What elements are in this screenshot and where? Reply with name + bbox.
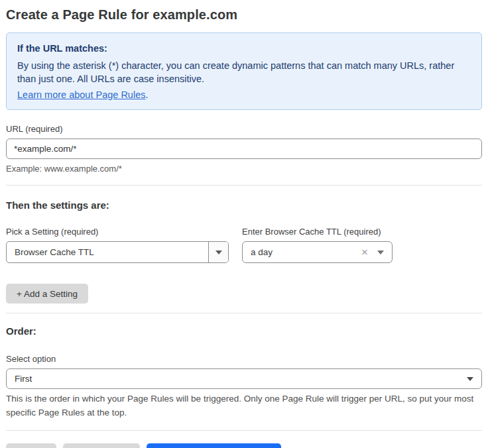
ttl-select-label: Enter Browser Cache TTL (required): [242, 227, 393, 237]
order-select-label: Select option: [6, 354, 482, 364]
settings-heading: Then the settings are:: [6, 199, 482, 211]
page-rule-form: Create a Page Rule for example.com If th…: [6, 7, 482, 448]
cancel-button[interactable]: Cancel: [6, 443, 56, 448]
learn-more-link[interactable]: Learn more about Page Rules: [17, 89, 145, 100]
footer-divider: [6, 430, 482, 431]
ttl-select-value: a day: [251, 247, 361, 257]
url-label: URL (required): [6, 124, 482, 134]
order-select-dropdown[interactable]: First: [6, 368, 482, 389]
clear-icon[interactable]: ×: [361, 247, 368, 258]
save-and-deploy-button[interactable]: Save and Deploy Page Rule: [147, 443, 282, 448]
setting-select-dropdown[interactable]: Browser Cache TTL: [6, 241, 229, 263]
link-period: .: [145, 89, 148, 100]
ttl-select-dropdown[interactable]: a day ×: [242, 241, 393, 263]
settings-section: Then the settings are: Pick a Setting (r…: [6, 199, 482, 304]
url-input[interactable]: [6, 139, 482, 159]
chevron-down-icon: [215, 251, 222, 254]
save-as-draft-button[interactable]: Save as Draft: [63, 443, 140, 448]
add-setting-button[interactable]: + Add a Setting: [6, 284, 88, 304]
setting-select-value: Browser Cache TTL: [7, 247, 208, 257]
info-box-heading: If the URL matches:: [17, 42, 471, 56]
page-title: Create a Page Rule for example.com: [6, 7, 482, 23]
order-heading: Order:: [6, 325, 482, 337]
chevron-down-icon: [377, 251, 384, 254]
info-box-body: By using the asterisk (*) character, you…: [17, 59, 455, 86]
section-divider: [6, 185, 482, 186]
chevron-down-icon: [467, 377, 473, 381]
order-select-value: First: [15, 374, 467, 384]
setting-select-group: Pick a Setting (required) Browser Cache …: [6, 227, 229, 263]
url-field-group: URL (required) Example: www.example.com/…: [6, 124, 482, 174]
setting-select-arrow-section[interactable]: [208, 242, 228, 262]
url-example-text: Example: www.example.com/*: [6, 164, 482, 174]
ttl-select-group: Enter Browser Cache TTL (required) a day…: [242, 227, 393, 263]
section-divider: [6, 313, 482, 313]
info-box: If the URL matches: By using the asteris…: [6, 32, 482, 110]
order-help-text: This is the order in which your Page Rul…: [6, 392, 477, 420]
setting-select-label: Pick a Setting (required): [6, 227, 229, 237]
order-section: Order: Select option First This is the o…: [6, 325, 482, 420]
info-link-row: Learn more about Page Rules.: [17, 88, 471, 102]
settings-columns: Pick a Setting (required) Browser Cache …: [6, 227, 482, 263]
footer-actions: Cancel Save as Draft Save and Deploy Pag…: [6, 443, 482, 448]
